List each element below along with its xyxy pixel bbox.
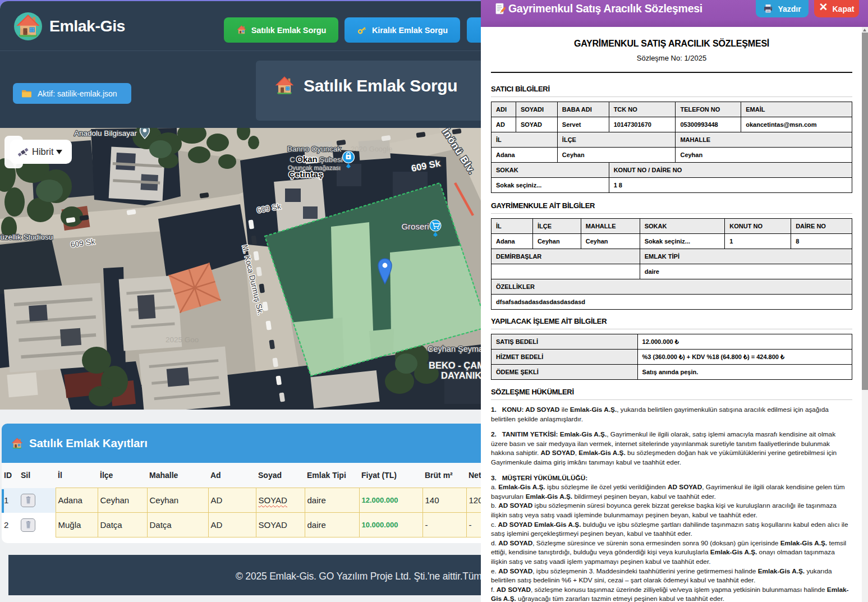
svg-text:Groseri: Groseri: [401, 222, 429, 231]
svg-text:Okan: Okan: [296, 154, 318, 164]
svg-text:2025 Goo: 2025 Goo: [166, 336, 199, 344]
svg-text:Güzellik Studiosu: Güzellik Studiosu: [0, 233, 53, 241]
svg-text:Banno Oyuncak: Banno Oyuncak: [287, 145, 341, 153]
svg-text:Ceyhan Şeyma: Ceyhan Şeyma: [428, 344, 481, 353]
svg-text:2020 Google: 2020 Google: [351, 145, 392, 153]
svg-text:Çetintaş: Çetintaş: [288, 169, 323, 179]
svg-text:Anadolu Bilgisayar: Anadolu Bilgisayar: [74, 129, 137, 137]
svg-text:Hibrit: Hibrit: [32, 146, 54, 157]
svg-text:C: C: [290, 155, 295, 164]
svg-text:Şubesi: Şubesi: [319, 155, 342, 164]
svg-text:BEKO - ÇAMLIYA: BEKO - ÇAMLIYA: [429, 360, 481, 370]
svg-text:DAYANIKL: DAYANIKL: [441, 370, 481, 380]
